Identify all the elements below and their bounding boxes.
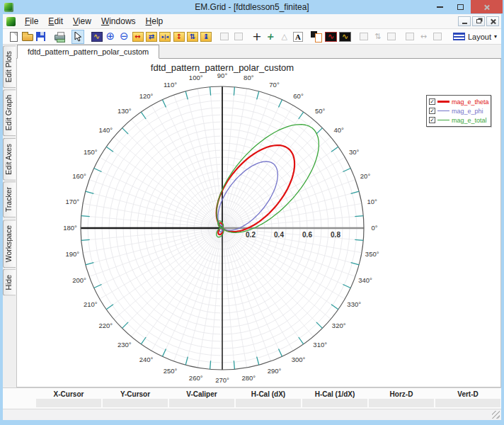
crosshair-button[interactable]: + [251,30,263,44]
shrink-horizontal-icon: ⇄ [146,32,157,42]
print-button[interactable] [53,30,66,44]
readout-header: V-Caliper [168,388,235,398]
svg-text:60°: 60° [293,92,304,100]
legend-checkbox[interactable]: ✓ [429,117,435,123]
zoom-out-button[interactable]: ⊖ [118,30,130,44]
readout-value-cell [236,399,301,407]
svg-text:50°: 50° [315,107,326,115]
svg-text:300°: 300° [292,356,306,363]
frame-button-2 [232,30,245,44]
legend-label: mag_e_theta [452,98,489,106]
svg-text:0°: 0° [371,224,377,232]
menu-item[interactable]: Windows [96,15,141,28]
svg-text:120°: 120° [139,92,154,100]
readout-column: H-Cal (1/dX) [302,388,368,409]
zoom-out-icon: ⊖ [120,31,129,42]
svg-text:0.2: 0.2 [246,231,256,239]
svg-text:310°: 310° [313,341,327,348]
layout-stripes-icon [453,33,465,40]
frame-disabled-icon [234,33,243,40]
mdi-restore-button[interactable] [472,16,485,26]
svg-text:30°: 30° [349,148,360,156]
svg-text:230°: 230° [118,341,132,348]
legend-checkbox[interactable]: ✓ [429,108,435,114]
chevron-down-icon: ▾ [494,33,497,40]
printer-icon [55,35,65,40]
document-logo-icon [6,17,16,26]
hstep-left-button [403,30,416,44]
zoom-in-button[interactable]: ⊕ [104,30,117,44]
readout-column: Vert-D [435,388,501,409]
resize-grip[interactable] [492,411,500,419]
shrink-vertical-button[interactable]: ⇅ [186,30,199,44]
center-vertical-button[interactable]: ↨ [200,30,212,44]
menu-item[interactable]: Edit [43,15,68,28]
select-tool-button[interactable] [71,30,84,44]
legend: ✓ mag_e_theta ✓ mag_e_phi ✓ mag_e_total [426,95,491,127]
copy-plot-button[interactable] [310,30,323,44]
crosshair-icon: + [252,31,261,42]
svg-text:150°: 150° [84,148,98,156]
mdi-close-button[interactable] [486,16,499,26]
center-horizontal-button[interactable]: ▸|◂ [159,30,171,44]
expand-horizontal-button[interactable]: ↔ [131,30,144,44]
new-file-button[interactable] [7,30,20,44]
legend-entry[interactable]: ✓ mag_e_total [429,115,488,125]
mdi-close-icon [490,18,496,24]
readout-header: X-Cursor [35,388,102,398]
legend-checkbox[interactable]: ✓ [429,98,435,105]
sidebar-tab[interactable]: Workspace [3,220,16,268]
readout-column: Horz-D [368,388,435,409]
tracker-axes-icon: + [266,31,275,42]
readout-value-cell [369,399,434,407]
legend-line-swatch [437,101,449,102]
tracker-button[interactable]: + [264,30,277,44]
sidebar-tab[interactable]: Edit Graph [3,89,16,136]
sidebar-tab[interactable]: Edit Axes [3,138,16,181]
svg-text:110°: 110° [164,81,177,89]
expand-vertical-button[interactable]: ↕ [172,30,185,44]
legend-entry[interactable]: ✓ mag_e_theta [429,97,488,106]
menubar: File Edit View Windows Help [3,14,501,29]
chart-panel: fdtd_pattern_pattern_polar_custom 0°10°2… [16,59,501,387]
shrink-horizontal-button[interactable]: ⇄ [145,30,158,44]
sidebar: Edit Plots Edit Graph Edit Axes Tracker … [3,45,16,420]
fit-view-button[interactable]: ∿ [90,30,103,44]
menu-item[interactable]: View [68,15,96,28]
menu-item[interactable]: Help [141,15,168,28]
text-tool-button[interactable]: A [292,30,304,44]
readout-value-cell [435,399,500,407]
square-disabled-icon [406,33,414,40]
red-curve-icon: ∿ [325,32,337,42]
sidebar-tab[interactable]: Hide [3,269,16,296]
svg-text:260°: 260° [189,374,203,382]
svg-text:10°: 10° [367,198,378,205]
toolbar: ∿ ⊕ ⊖ ↔ ⇄ ▸|◂ ↕ ⇅ ↨ + + △ A ∿ ∿ ⇅ [3,29,501,45]
vstep-button: ⇅ [371,30,384,44]
legend-entry[interactable]: ✓ mag_e_phi [429,106,488,115]
plot-style-red-button[interactable]: ∿ [324,30,338,44]
maximize-button[interactable] [450,0,471,13]
caliper-button: △ [278,30,291,44]
svg-text:240°: 240° [139,356,154,363]
readout-header: Horz-D [368,388,435,398]
minimize-button[interactable] [430,0,450,13]
save-floppy-icon [36,32,45,41]
layout-dropdown-button[interactable]: Layout ▾ [449,30,501,43]
legend-line-swatch [437,120,449,120]
titlebar: EM.Grid - [fdtdlesson5_finitea] [0,0,504,14]
square-disabled-icon [360,33,368,40]
svg-text:80°: 80° [244,74,254,81]
close-button[interactable] [471,0,503,13]
mdi-minimize-button[interactable] [458,16,471,26]
document-tab[interactable]: fdtd_pattern_pattern_polar_custom [17,45,159,59]
sidebar-tab[interactable]: Edit Plots [3,45,16,88]
readout-header: Y-Cursor [102,388,168,398]
plot-style-dark-button[interactable]: ∿ [338,30,352,44]
svg-text:40°: 40° [334,126,345,134]
open-file-button[interactable] [21,30,33,44]
sidebar-tab[interactable]: Tracker [3,181,16,217]
save-button[interactable] [35,30,47,44]
menu-item[interactable]: File [20,15,43,28]
shrink-vertical-icon: ⇅ [187,32,198,42]
